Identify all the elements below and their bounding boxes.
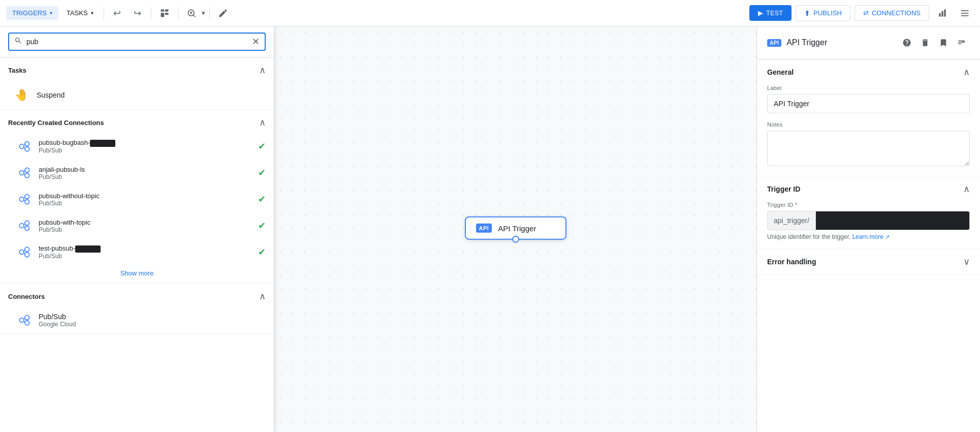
svg-point-19 [19,171,24,175]
api-trigger-node[interactable]: API API Trigger [465,217,566,240]
connection-name-0: pubsub-bugbash- [39,139,252,147]
trigger-id-value-input[interactable] [815,211,970,230]
connectors-section-chevron-icon: ∧ [259,291,266,302]
error-handling-section-header[interactable]: Error handling ∨ [757,249,980,274]
learn-more-link[interactable]: Learn more ↗ [852,233,890,240]
tasks-section-chevron-icon: ∧ [259,65,266,76]
tasks-section-header[interactable]: Tasks ∧ [0,57,274,81]
test-label: TEST [766,9,783,17]
trigger-id-prefix: api_trigger/ [767,211,815,230]
notes-field-input[interactable] [767,131,970,166]
connection-type-2: Pub/Sub [39,200,252,207]
pubsub-icon-4 [16,244,33,260]
search-clear-icon[interactable]: ✕ [252,37,260,46]
zoom-chevron-icon: ▾ [202,9,205,17]
undo-button[interactable]: ↩ [108,4,127,22]
general-section-title: General [767,68,794,76]
svg-point-30 [25,221,29,225]
svg-line-32 [24,224,25,225]
more-options-button[interactable] [956,4,974,22]
general-section-header[interactable]: General ∧ [757,59,980,85]
redo-button[interactable]: ↪ [129,4,147,22]
connection-name-2: pubsub-without-topic [39,192,252,200]
tasks-button[interactable]: TASKS ▾ [60,6,100,20]
pubsub-icon-1 [16,165,33,181]
recently-created-title: Recently Created Connections [8,119,104,127]
svg-rect-13 [961,15,969,16]
test-button[interactable]: ▶ TEST [749,5,792,21]
svg-rect-10 [944,9,945,16]
bookmark-button[interactable] [935,35,952,51]
learn-more-text: Learn more [852,233,883,240]
svg-rect-0 [161,9,164,11]
recently-created-section-header[interactable]: Recently Created Connections ∧ [0,110,274,133]
external-link-icon: ↗ [885,234,890,240]
help-button[interactable] [899,35,915,51]
svg-point-40 [25,315,29,320]
close-panel-button[interactable] [954,35,970,51]
redacted-0 [90,140,115,147]
connection-type-3: Pub/Sub [39,226,252,233]
svg-rect-2 [161,13,164,17]
trigger-id-section-header[interactable]: Trigger ID ∧ [757,176,980,202]
connectors-section-title: Connectors [8,293,45,300]
toolbar: TRIGGERS ▾ TASKS ▾ ↩ ↪ ▾ ▶ TEST ⬆ PUBLI [0,0,980,26]
connection-info-4: test-pubsub- Pub/Sub [39,244,252,260]
connections-label: CONNECTIONS [872,9,921,17]
trigger-id-section: Trigger ID ∧ Trigger ID * api_trigger/ U… [757,176,980,249]
svg-point-15 [25,141,29,146]
label-field-input[interactable] [767,94,970,113]
toolbar-left: TRIGGERS ▾ TASKS ▾ ↩ ↪ ▾ [6,4,232,22]
api-node-label: API Trigger [498,224,536,232]
tasks-label: TASKS [67,9,88,17]
connection-info-3: pubsub-with-topic Pub/Sub [39,219,252,233]
test-play-icon: ▶ [758,9,763,17]
connection-status-3: ✔ [258,220,266,231]
connection-name-4: test-pubsub- [39,244,252,253]
connections-button[interactable]: ⇄ CONNECTIONS [855,5,929,21]
show-more-link[interactable]: Show more [0,265,274,283]
canvas: API API Trigger [274,26,756,432]
svg-point-34 [19,250,24,255]
general-section: General ∧ Label Notes [757,59,980,176]
rp-header-icons [899,35,970,51]
publish-button[interactable]: ⬆ PUBLISH [796,5,850,21]
tasks-section-title: Tasks [8,67,26,74]
delete-button[interactable] [917,35,933,51]
search-input[interactable] [26,38,248,46]
left-panel: ✕ Tasks ∧ 🤚 Suspend Recently Created Con… [0,26,274,432]
analytics-button[interactable] [933,4,952,22]
trigger-id-field-label: Trigger ID * [767,202,970,208]
zoom-button[interactable] [182,4,201,22]
error-handling-section-title: Error handling [767,258,816,266]
connectors-section-header[interactable]: Connectors ∧ [0,284,274,307]
connection-item-2[interactable]: pubsub-without-topic Pub/Sub ✔ [0,186,274,212]
svg-line-18 [24,147,25,148]
connection-type-1: Pub/Sub [39,173,252,180]
connection-item-3[interactable]: pubsub-with-topic Pub/Sub ✔ [0,212,274,239]
connector-item-pubsub[interactable]: Pub/Sub Google Cloud [0,307,274,333]
error-handling-section: Error handling ∨ [757,249,980,275]
label-field-group: Label [757,85,980,121]
svg-point-24 [19,197,24,202]
svg-line-22 [24,171,25,172]
svg-point-36 [25,253,29,257]
triggers-button[interactable]: TRIGGERS ▾ [6,6,58,20]
connectors-section: Connectors ∧ Pub/Sub Google Cloud [0,284,274,334]
connection-item-4[interactable]: test-pubsub- Pub/Sub ✔ [0,239,274,265]
trigger-id-help: Unique identifier for the trigger. Learn… [767,233,970,240]
layout-button[interactable] [155,4,174,22]
notes-field-label: Notes [767,121,970,128]
svg-point-29 [19,224,24,228]
rp-title: API Trigger [786,38,894,47]
edit-mode-button[interactable] [214,4,232,22]
triggers-label: TRIGGERS [12,9,47,17]
connections-icon: ⇄ [863,9,869,17]
svg-point-21 [25,173,29,178]
connection-status-4: ✔ [258,246,266,258]
svg-rect-11 [961,10,969,11]
publish-icon: ⬆ [804,9,810,17]
connection-item-1[interactable]: anjali-pubsub-ls Pub/Sub ✔ [0,160,274,186]
task-item-suspend[interactable]: 🤚 Suspend [0,81,274,109]
connection-item-0[interactable]: pubsub-bugbash- Pub/Sub ✔ [0,133,274,160]
